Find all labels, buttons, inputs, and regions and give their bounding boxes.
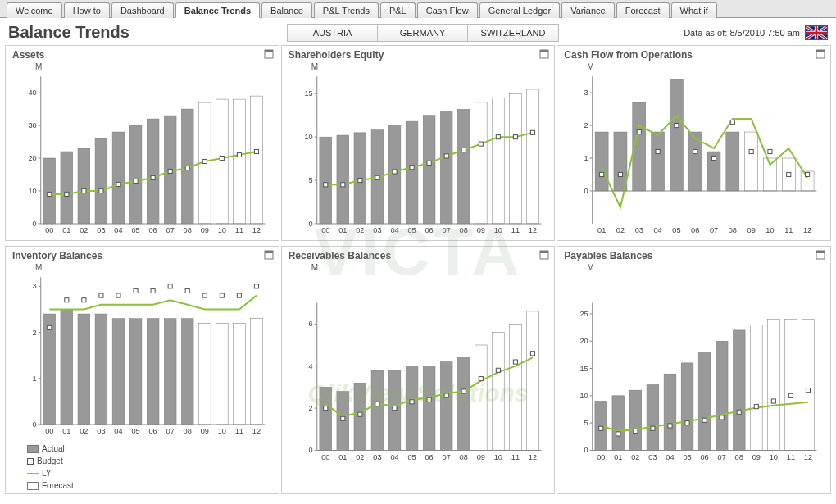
- tab-p-l-trends[interactable]: P&L Trends: [314, 2, 379, 18]
- svg-rect-295: [755, 405, 759, 409]
- maximize-icon[interactable]: [816, 250, 825, 260]
- tab-welcome[interactable]: Welcome: [7, 2, 62, 18]
- svg-rect-33: [99, 188, 103, 193]
- svg-rect-123: [670, 79, 684, 191]
- unit-label: M: [35, 62, 272, 71]
- tab-what-if[interactable]: What if: [671, 2, 717, 18]
- tab-balance-trends[interactable]: Balance Trends: [175, 2, 260, 18]
- svg-rect-184: [116, 293, 120, 297]
- svg-text:02: 02: [356, 453, 364, 461]
- svg-rect-209: [540, 251, 548, 253]
- svg-rect-35: [134, 179, 138, 183]
- svg-text:08: 08: [459, 453, 467, 461]
- svg-text:05: 05: [407, 453, 416, 461]
- tab-how-to[interactable]: How to: [64, 2, 110, 18]
- svg-text:02: 02: [356, 226, 364, 234]
- svg-rect-191: [237, 293, 241, 297]
- svg-text:04: 04: [666, 453, 675, 461]
- svg-text:03: 03: [635, 226, 643, 234]
- svg-rect-230: [526, 311, 538, 451]
- svg-text:00: 00: [321, 453, 329, 461]
- svg-rect-227: [475, 345, 487, 450]
- svg-text:06: 06: [425, 453, 433, 461]
- svg-rect-126: [726, 132, 739, 191]
- svg-text:05: 05: [131, 427, 139, 435]
- svg-rect-29: [251, 96, 263, 224]
- svg-rect-278: [682, 363, 694, 451]
- svg-text:08: 08: [459, 226, 467, 234]
- svg-rect-82: [340, 183, 344, 187]
- svg-rect-42: [254, 149, 258, 153]
- tab-balance[interactable]: Balance: [261, 2, 312, 18]
- unit-label: M: [311, 62, 548, 71]
- tab-general-ledger[interactable]: General Ledger: [479, 2, 560, 18]
- svg-rect-290: [668, 424, 672, 428]
- svg-rect-120: [614, 132, 627, 191]
- svg-rect-240: [479, 377, 483, 381]
- panel-payables-balances: Payables BalancesM0510152025000102030405…: [557, 246, 831, 493]
- svg-text:3: 3: [33, 283, 37, 291]
- legend-budget: Budget: [27, 456, 272, 467]
- svg-text:11: 11: [235, 226, 243, 234]
- svg-rect-31: [65, 192, 69, 196]
- svg-rect-279: [699, 352, 711, 451]
- svg-rect-158: [265, 251, 273, 253]
- svg-rect-81: [323, 183, 327, 187]
- svg-text:07: 07: [166, 226, 175, 234]
- svg-rect-293: [720, 415, 724, 420]
- svg-rect-30: [48, 192, 52, 196]
- svg-text:10: 10: [493, 453, 502, 461]
- svg-text:11: 11: [784, 226, 793, 234]
- unit-label: M: [587, 62, 824, 71]
- maximize-icon[interactable]: [264, 250, 274, 260]
- svg-rect-273: [595, 402, 607, 451]
- svg-text:0: 0: [584, 187, 588, 195]
- svg-rect-236: [410, 400, 414, 404]
- legend-forecast: Forecast: [27, 480, 272, 492]
- svg-rect-282: [751, 325, 763, 451]
- svg-rect-74: [423, 116, 435, 224]
- svg-text:12: 12: [803, 226, 811, 234]
- panel-title: Shareholders Equity: [289, 49, 548, 61]
- svg-text:0: 0: [308, 447, 312, 455]
- maximize-icon[interactable]: [816, 49, 825, 59]
- svg-text:06: 06: [148, 427, 157, 435]
- svg-text:6: 6: [308, 320, 312, 329]
- svg-rect-189: [202, 293, 207, 297]
- country-switzerland[interactable]: SWITZERLAND: [468, 25, 558, 41]
- tab-cash-flow[interactable]: Cash Flow: [417, 2, 478, 18]
- chart: 051015202500010203040506070809101112: [564, 272, 824, 491]
- tab-forecast[interactable]: Forecast: [616, 2, 670, 18]
- svg-rect-38: [185, 166, 189, 170]
- svg-rect-72: [388, 125, 401, 224]
- svg-text:10: 10: [28, 187, 36, 195]
- svg-rect-92: [513, 135, 517, 139]
- svg-text:09: 09: [201, 427, 209, 435]
- maximize-icon[interactable]: [539, 49, 549, 59]
- svg-text:00: 00: [45, 427, 53, 435]
- svg-rect-37: [168, 169, 172, 173]
- svg-rect-32: [82, 188, 86, 193]
- tab-dashboard[interactable]: Dashboard: [111, 2, 174, 18]
- tab-p-l[interactable]: P&L: [380, 2, 416, 18]
- panel-title: Assets: [12, 49, 272, 61]
- svg-rect-132: [619, 172, 623, 176]
- svg-text:05: 05: [673, 226, 681, 234]
- country-germany[interactable]: GERMANY: [378, 25, 468, 41]
- svg-rect-173: [147, 319, 159, 425]
- country-austria[interactable]: AUSTRIA: [288, 25, 378, 41]
- svg-rect-21: [112, 132, 125, 224]
- svg-rect-229: [509, 325, 521, 451]
- svg-text:11: 11: [235, 427, 243, 435]
- svg-rect-85: [393, 170, 397, 174]
- uk-flag-icon[interactable]: [805, 25, 828, 40]
- svg-text:04: 04: [114, 226, 122, 234]
- svg-text:03: 03: [97, 427, 105, 435]
- svg-text:08: 08: [184, 226, 192, 234]
- maximize-icon[interactable]: [264, 49, 274, 59]
- tab-variance[interactable]: Variance: [561, 2, 615, 18]
- maximize-icon[interactable]: [539, 250, 549, 260]
- svg-rect-40: [220, 156, 224, 160]
- panel-shareholders-equity: Shareholders EquityM05101500010203040506…: [281, 45, 556, 241]
- svg-rect-77: [475, 102, 487, 224]
